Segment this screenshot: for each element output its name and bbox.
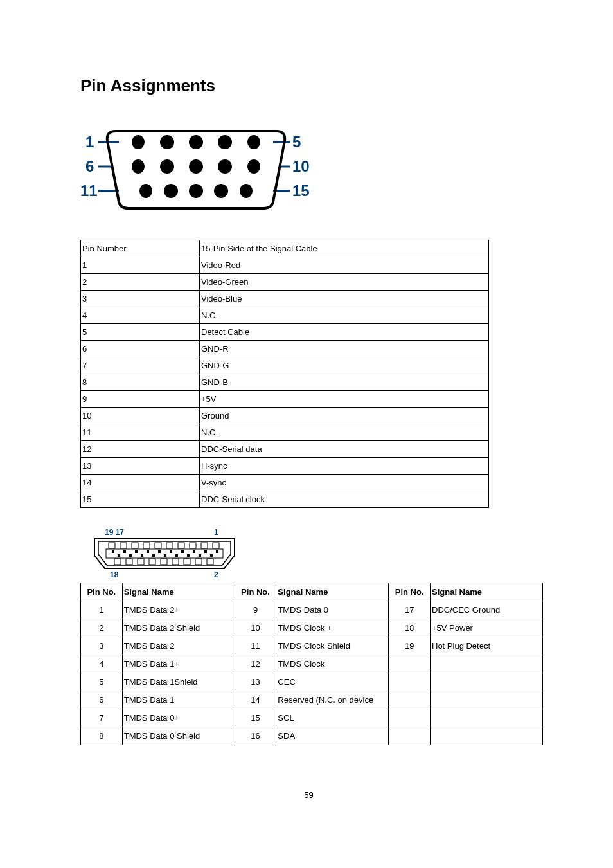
vga-connector-diagram: 1 6 11 5 10 15 [80,122,537,221]
svg-point-14 [218,159,232,174]
svg-rect-52 [129,554,132,557]
th-sig: Signal Name [276,583,389,601]
svg-rect-24 [132,543,138,548]
svg-point-11 [132,159,145,174]
vga-label-15: 15 [292,182,310,199]
svg-rect-26 [155,543,161,548]
page-heading: Pin Assignments [80,76,537,96]
table-row: 5TMDS Data 1Shield 13CEC [81,673,543,691]
svg-point-16 [139,184,152,198]
svg-rect-38 [184,559,190,565]
svg-point-19 [214,184,228,198]
table-row: 13H-sync [81,458,489,475]
table-row: 2TMDS Data 2 Shield 10TMDS Clock + 18+5V… [81,619,543,637]
vga-label-1: 1 [85,133,94,150]
table-row: 1Video-Red [81,257,489,274]
hdmi-label-top-left: 19 17 [105,528,124,537]
svg-point-12 [160,159,174,174]
svg-rect-34 [138,559,144,565]
svg-rect-25 [143,543,150,548]
svg-rect-35 [149,559,155,565]
svg-rect-43 [135,550,138,553]
svg-rect-30 [201,543,208,548]
table-row: 9+5V [81,391,489,408]
svg-point-18 [189,184,203,198]
svg-point-15 [247,159,260,174]
svg-rect-56 [175,554,178,557]
table-row: 4N.C. [81,307,489,324]
th-pin: Pin No. [81,583,123,601]
svg-rect-59 [210,554,213,557]
th-sig: Signal Name [122,583,235,601]
svg-rect-58 [199,554,201,557]
table-row: 6GND-R [81,341,489,357]
th-pin: Pin No. [389,583,431,601]
page-number: 59 [80,790,537,800]
svg-point-6 [132,135,145,149]
table-row: 6TMDS Data 1 14Reserved (N.C. on device [81,691,543,709]
table-row: 8TMDS Data 0 Shield 16SDA [81,727,543,745]
vga-label-5: 5 [292,133,301,150]
table-row: 12DDC-Serial data [81,441,489,458]
hdmi-connector-diagram: 19 17 1 18 2 [91,527,537,581]
table-row: 7TMDS Data 0+ 15SCL [81,709,543,727]
table-row: 11N.C. [81,424,489,441]
table-header-row: Pin Number 15-Pin Side of the Signal Cab… [81,240,489,257]
table-row: 15DDC-Serial clock [81,491,489,508]
table-row: 8GND-B [81,374,489,391]
svg-rect-31 [213,543,219,548]
table-row: 3TMDS Data 2 11TMDS Clock Shield 19Hot P… [81,637,543,655]
svg-rect-42 [123,550,126,553]
svg-rect-22 [109,543,115,548]
th-signal-desc: 15-Pin Side of the Signal Cable [200,240,489,257]
svg-rect-27 [166,543,173,548]
table-row: 5Detect Cable [81,324,489,341]
svg-point-20 [240,184,253,198]
svg-rect-23 [120,543,127,548]
svg-rect-32 [114,559,121,565]
hdmi-label-bot-right: 2 [214,570,218,579]
svg-rect-48 [193,550,195,553]
svg-rect-51 [118,554,120,557]
th-sig: Signal Name [431,583,543,601]
svg-rect-39 [195,559,202,565]
svg-point-17 [164,184,178,198]
svg-rect-29 [190,543,196,548]
svg-rect-36 [161,559,167,565]
svg-rect-50 [216,550,218,553]
svg-point-8 [189,135,203,149]
svg-rect-33 [126,559,132,565]
table-row: 3Video-Blue [81,291,489,307]
svg-rect-37 [172,559,179,565]
svg-rect-54 [152,554,155,557]
svg-point-10 [247,135,260,149]
table-row: 14V-sync [81,475,489,491]
table-row: 2Video-Green [81,274,489,291]
vga-pin-table: Pin Number 15-Pin Side of the Signal Cab… [80,240,489,508]
table-row: 1TMDS Data 2+ 9TMDS Data 0 17DDC/CEC Gro… [81,601,543,619]
svg-point-7 [160,135,174,149]
svg-rect-57 [187,554,190,557]
table-row: 7GND-G [81,357,489,374]
svg-rect-45 [158,550,161,553]
svg-rect-49 [204,550,207,553]
svg-point-13 [189,159,203,174]
svg-rect-47 [181,550,184,553]
svg-rect-28 [178,543,184,548]
table-row: 10Ground [81,408,489,424]
svg-rect-41 [112,550,114,553]
hdmi-label-bot-left: 18 [110,570,119,579]
svg-rect-46 [170,550,172,553]
vga-label-6: 6 [85,158,94,175]
th-pin: Pin No. [235,583,276,601]
svg-rect-53 [141,554,143,557]
svg-rect-40 [207,559,213,565]
vga-label-11: 11 [80,182,98,199]
table-row: 4TMDS Data 1+ 12TMDS Clock [81,655,543,673]
svg-rect-55 [164,554,166,557]
hdmi-label-top-right: 1 [214,528,218,537]
th-pin-number: Pin Number [81,240,200,257]
table-header-row: Pin No. Signal Name Pin No. Signal Name … [81,583,543,601]
vga-label-10: 10 [292,158,310,175]
svg-rect-44 [147,550,149,553]
